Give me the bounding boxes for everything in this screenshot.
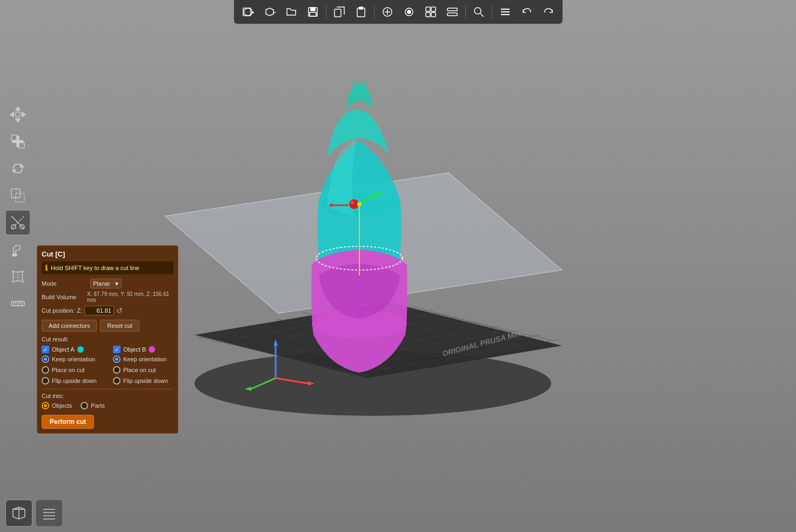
perform-cut-button[interactable]: Perform cut [42, 415, 94, 429]
svg-rect-43 [311, 8, 315, 11]
cut-position-label: Cut position: [42, 307, 75, 314]
svg-rect-52 [426, 7, 430, 11]
object-b-flip-radio[interactable] [113, 377, 121, 385]
object-b-place-on-cut-label: Place on cut [123, 367, 156, 373]
redo-button[interactable] [539, 2, 558, 22]
cut-into-row: Objects Parts [42, 402, 173, 410]
arrange-button[interactable] [443, 2, 462, 22]
info-icon: ℹ [45, 264, 48, 272]
cut-into-parts-label: Parts [91, 402, 105, 409]
svg-rect-70 [11, 135, 17, 140]
object-a-flip-radio[interactable] [42, 377, 49, 385]
build-volume-value: X: 87.79 mm, Y: 92 mm, Z: 156.61 mm [87, 291, 173, 303]
reset-cut-button[interactable]: Reset cut [100, 320, 139, 332]
info-bar: ℹ Hold SHIFT key to draw a cut line [42, 261, 173, 274]
svg-point-58 [474, 8, 481, 14]
object-b-color-dot [149, 346, 155, 353]
reset-position-icon[interactable]: ↺ [116, 306, 123, 315]
svg-rect-71 [19, 143, 24, 148]
add-shape-button[interactable] [378, 2, 397, 22]
object-b-keep-orientation-label: Keep orientation [123, 356, 166, 362]
svg-point-29 [351, 201, 354, 204]
sidebar-icon-paint-supports[interactable] [6, 238, 30, 261]
sidebar-icon-measure[interactable] [6, 292, 30, 315]
cut-panel: Cut [C] ℹ Hold SHIFT key to draw a cut l… [37, 245, 178, 434]
sidebar-icon-paint-seam[interactable] [6, 265, 30, 288]
menu-button[interactable] [496, 2, 515, 22]
cut-into-parts-radio[interactable] [81, 402, 88, 409]
object-a-keep-orientation-radio[interactable] [42, 355, 49, 363]
object-b-place-on-cut[interactable]: Place on cut [113, 366, 173, 374]
svg-line-59 [480, 14, 484, 17]
info-message: Hold SHIFT key to draw a cut line [51, 265, 139, 271]
svg-rect-57 [447, 13, 457, 16]
svg-rect-45 [335, 9, 341, 17]
add-object-button[interactable] [238, 2, 258, 22]
cut-result-label: Cut result: [42, 336, 173, 342]
object-a-color-dot [77, 346, 84, 353]
svg-rect-53 [431, 7, 436, 11]
search-button[interactable] [469, 2, 489, 22]
object-a-place-on-cut-radio[interactable] [42, 366, 49, 374]
object-a-column: ✓ Object A Keep orientation Place on cut… [42, 346, 102, 386]
sidebar-icon-move[interactable] [6, 103, 30, 126]
cut-position-row: Cut position: Z: ↺ [42, 306, 173, 315]
cut-into-label: Cut into: [42, 393, 173, 399]
panel-divider [42, 389, 173, 389]
top-toolbar [234, 0, 563, 24]
cut-position-input[interactable] [84, 306, 114, 315]
paste-button[interactable] [351, 2, 371, 22]
mode-label: Mode [42, 280, 90, 287]
object-a-place-on-cut[interactable]: Place on cut [42, 366, 102, 374]
sidebar-icon-cut[interactable] [6, 211, 30, 234]
copy-button[interactable] [330, 2, 349, 22]
mode-select-wrapper[interactable]: Planar Box Line ▼ [90, 279, 122, 288]
object-b-label: Object B [123, 346, 146, 353]
add-connectors-button[interactable]: Add connectors [42, 320, 97, 332]
open-file-button[interactable] [282, 2, 301, 22]
object-b-header: ✓ Object B [113, 346, 173, 353]
action-buttons-row: Add connectors Reset cut [42, 320, 173, 332]
object-a-keep-orientation-label: Keep orientation [52, 356, 95, 362]
object-a-header: ✓ Object A [42, 346, 102, 353]
cut-position-z-label: Z: [77, 307, 82, 314]
object-b-keep-orientation[interactable]: Keep orientation [113, 355, 173, 363]
group-button[interactable] [399, 2, 419, 22]
left-sidebar [0, 103, 35, 315]
object-a-keep-orientation[interactable]: Keep orientation [42, 355, 102, 363]
svg-marker-66 [22, 112, 25, 117]
svg-rect-78 [12, 254, 17, 256]
object-b-flip-upside-down[interactable]: Flip upside down [113, 377, 173, 385]
sidebar-icon-rotate[interactable] [6, 157, 30, 180]
svg-rect-56 [447, 8, 457, 11]
svg-point-51 [407, 10, 411, 14]
save-button[interactable] [303, 2, 323, 22]
undo-button[interactable] [517, 2, 537, 22]
cut-into-objects-radio[interactable] [42, 402, 49, 409]
object-b-keep-orientation-radio[interactable] [113, 355, 121, 363]
mode-select[interactable]: Planar Box Line [90, 279, 122, 288]
object-b-flip-label: Flip upside down [123, 378, 168, 384]
cut-panel-title: Cut [C] [42, 250, 173, 258]
sidebar-icon-place[interactable] [6, 184, 30, 207]
3d-view-button[interactable] [5, 500, 32, 527]
object-b-place-on-cut-radio[interactable] [113, 366, 121, 374]
cut-into-parts-option[interactable]: Parts [81, 402, 105, 409]
object-b-column: ✓ Object B Keep orientation Place on cut… [113, 346, 173, 386]
sidebar-icon-scale[interactable] [6, 130, 30, 153]
object-a-place-on-cut-label: Place on cut [52, 367, 85, 373]
svg-marker-63 [16, 107, 20, 110]
object-a-checkbox[interactable]: ✓ [42, 346, 49, 353]
cut-into-objects-option[interactable]: Objects [42, 402, 72, 409]
svg-marker-64 [16, 119, 20, 122]
remove-object-button[interactable] [260, 2, 279, 22]
bottom-toolbar [5, 500, 63, 527]
object-b-checkbox[interactable]: ✓ [113, 346, 121, 353]
svg-point-31 [357, 202, 362, 206]
object-a-flip-upside-down[interactable]: Flip upside down [42, 377, 102, 385]
layers-button[interactable] [36, 500, 63, 527]
svg-rect-55 [431, 12, 436, 17]
svg-rect-44 [310, 12, 316, 16]
svg-rect-54 [426, 12, 430, 17]
split-button[interactable] [421, 2, 440, 22]
